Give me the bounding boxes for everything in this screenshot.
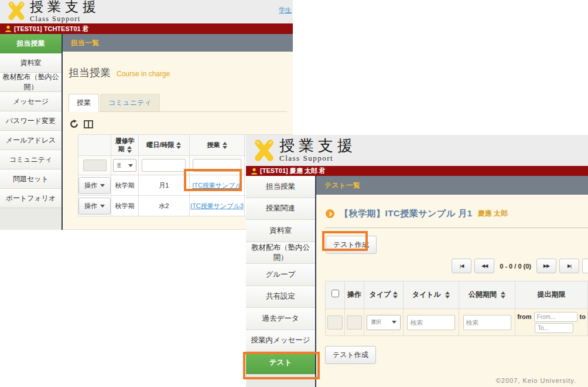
refresh-icon[interactable]	[70, 120, 78, 128]
action-dropdown-button[interactable]: 操作	[78, 198, 111, 215]
app-logo: 授業支援 Class Support	[246, 138, 357, 163]
breadcrumb: テスト一覧	[316, 176, 588, 195]
sidebar-item-materials[interactable]: 教材配布（塾内公開）	[0, 73, 61, 92]
app-title: 授業支援	[279, 138, 357, 154]
course-heading: 【秋学期】ITC授業サンプル 月1	[340, 208, 473, 219]
filter-disabled-box	[83, 159, 107, 171]
test-table: 操作 タイプ タイトル 公開期間 提出期限 選択 from	[325, 281, 588, 336]
sidebar-item-past-data[interactable]: 過去データ	[246, 308, 315, 330]
col-day-period[interactable]: 曜日/時限	[138, 135, 189, 156]
page-size-box[interactable]	[582, 259, 588, 273]
sidebar: 担当授業 授業関連 資料室 教材配布（塾内公開） グループ 共有設定 過去データ…	[246, 176, 316, 387]
sidebar-item-class-messages[interactable]: 授業内メッセージ	[246, 330, 315, 352]
semester-filter-select[interactable]: 選	[113, 159, 136, 172]
sidebar-item-class-related[interactable]: 授業関連	[246, 198, 315, 220]
col-type[interactable]: タイプ	[364, 281, 404, 309]
cell-day: 水2	[138, 196, 189, 216]
caret-down-icon	[392, 321, 396, 324]
sidebar-item-courses[interactable]: 担当授業	[246, 176, 315, 198]
sort-icon	[445, 291, 450, 298]
prev-page-button[interactable]: ◀◀	[474, 259, 494, 273]
sidebar-item-library[interactable]: 資料室	[246, 220, 315, 242]
sidebar-item-share-settings[interactable]: 共有設定	[246, 286, 315, 308]
keio-x-logo-icon	[252, 138, 276, 162]
arrow-circle-icon	[326, 209, 334, 218]
cell-semester: 秋学期	[111, 175, 139, 196]
student-mode-link[interactable]: 学生	[279, 6, 292, 15]
user-bar: [TEST01] TCHTEST01 君	[0, 23, 293, 34]
cell-semester: 秋学期	[111, 196, 139, 216]
cell-day: 月1	[138, 175, 189, 196]
sidebar-item-email[interactable]: メールアドレス	[0, 131, 61, 150]
breadcrumb: 担当一覧	[63, 34, 293, 52]
col-period[interactable]: 公開期間	[459, 281, 515, 309]
day-filter-input[interactable]	[142, 159, 186, 172]
col-course[interactable]: 授業	[189, 135, 245, 156]
pagination: |◀ ◀◀ 0 - 0 / 0 (0) ▶▶ ▶|	[316, 259, 588, 273]
sidebar-item-courses[interactable]: 担当授業	[0, 34, 61, 53]
course-link[interactable]: ITC授業サンプル	[192, 182, 242, 189]
sidebar-item-community[interactable]: コミュニティ	[0, 150, 61, 169]
col-title[interactable]: タイトル	[403, 281, 459, 309]
tab-community[interactable]: コミュニティ	[100, 94, 160, 111]
sort-icon	[393, 291, 398, 298]
main-content: テスト一覧 【秋学期】ITC授業サンプル 月1 慶應 太郎 テスト作成 |◀ ◀…	[316, 176, 588, 387]
app-logo-text: 授業支援 Class Support	[279, 138, 357, 163]
tab-bar: 授業 コミュニティ	[69, 94, 287, 112]
pagination-label: 0 - 0 / 0 (0)	[500, 263, 531, 270]
tab-class[interactable]: 授業	[69, 94, 99, 112]
period-search-input[interactable]	[463, 315, 511, 330]
caret-down-icon	[100, 184, 105, 187]
user-name: [TEST01] TCHTEST01 君	[14, 25, 89, 33]
col-action: 操作	[345, 281, 364, 309]
create-test-button-bottom[interactable]: テスト作成	[325, 346, 376, 364]
table-header-row: 操作 タイプ タイトル 公開期間 提出期限	[326, 281, 588, 309]
course-teacher: 慶應 太郎	[478, 209, 508, 219]
sidebar-item-question-set[interactable]: 問題セット	[0, 169, 61, 189]
sidebar-item-test[interactable]: テスト	[246, 352, 315, 374]
sidebar-item-password[interactable]: パスワード変更	[0, 111, 61, 131]
app-title: 授業支援	[30, 0, 100, 14]
due-from-input[interactable]	[534, 312, 577, 322]
filter-disabled-box	[327, 315, 343, 330]
app-logo-text: 授業支援 Class Support	[30, 0, 100, 23]
user-name: [TEST01] 慶應 太郎 君	[260, 167, 326, 175]
sidebar-item-materials[interactable]: 教材配布（塾内公開）	[246, 242, 315, 264]
col-semester[interactable]: 履修学期	[111, 135, 139, 156]
app-header: 授業支援 Class Support	[246, 135, 588, 166]
type-filter-select[interactable]: 選択	[367, 315, 401, 330]
course-link[interactable]: ITC授業サンプル3	[190, 202, 244, 209]
course-filter-input[interactable]	[193, 159, 241, 172]
copyright: ©2007, Keio University.	[316, 377, 588, 384]
sidebar-item-messages[interactable]: メッセージ	[0, 92, 61, 111]
person-icon	[251, 168, 258, 175]
action-dropdown-button[interactable]: 操作	[78, 177, 111, 194]
next-page-button[interactable]: ▶▶	[536, 259, 556, 273]
caret-down-icon	[100, 205, 105, 208]
sort-icon	[501, 291, 505, 298]
person-icon	[5, 25, 12, 32]
col-due: 提出期限	[515, 281, 588, 309]
sidebar-item-library[interactable]: 資料室	[0, 53, 61, 73]
last-page-button[interactable]: ▶|	[559, 259, 579, 273]
filter-row: 選択 from to	[326, 309, 588, 336]
app-subtitle: Class Support	[279, 154, 357, 163]
columns-icon[interactable]	[84, 120, 93, 128]
from-label: from	[517, 313, 531, 320]
create-test-button[interactable]: テスト作成	[326, 236, 377, 254]
col-action	[78, 135, 111, 156]
sidebar: 担当授業 資料室 教材配布（塾内公開） メッセージ パスワード変更 メールアドレ…	[0, 34, 63, 230]
sidebar-item-portfolio[interactable]: ポートフォリオ	[0, 189, 61, 208]
title-search-input[interactable]	[407, 315, 454, 330]
app-header: 授業支援 Class Support 学生	[0, 0, 293, 23]
first-page-button[interactable]: |◀	[452, 259, 471, 273]
page-subtitle: Course in charge	[117, 70, 170, 78]
keio-x-logo-icon	[6, 0, 27, 21]
sidebar-item-group[interactable]: グループ	[246, 264, 315, 286]
filter-disabled-box	[347, 315, 362, 330]
select-all-checkbox[interactable]	[331, 290, 339, 297]
to-label: to	[580, 313, 586, 320]
sort-icon	[127, 146, 132, 153]
due-to-input[interactable]	[535, 323, 573, 333]
window-test-list: 授業支援 Class Support [TEST01] 慶應 太郎 君 担当授業…	[246, 135, 588, 387]
